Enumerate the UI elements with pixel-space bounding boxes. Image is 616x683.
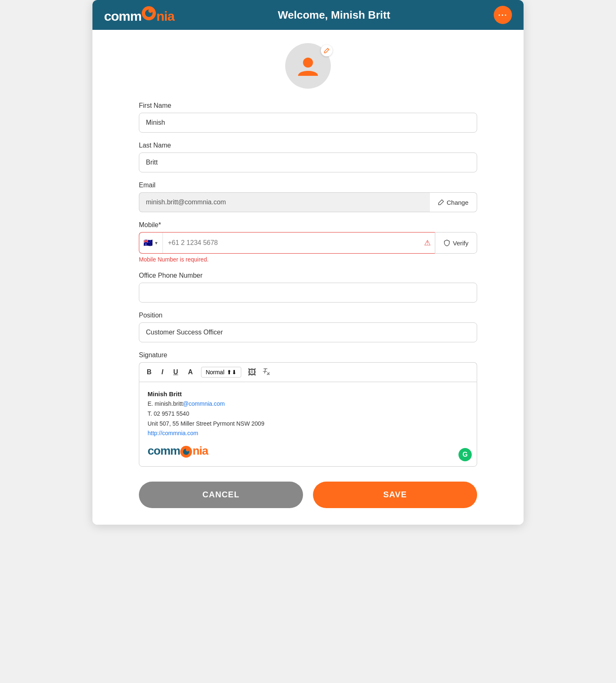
sig-phone-line: T. 02 9571 5540 — [148, 409, 468, 419]
shield-icon — [444, 240, 450, 246]
mobile-label: Mobile* — [139, 221, 477, 229]
sig-logo-comm: comm — [148, 444, 180, 457]
mobile-error-text: Mobile Number is required. — [139, 256, 477, 263]
sig-email-prefix: E. minish.britt — [148, 400, 183, 407]
flag-caret-icon: ▼ — [154, 241, 158, 245]
person-icon — [296, 53, 320, 78]
logo-nia: nia — [156, 9, 174, 24]
signature-toolbar: B I U A Normal ⬆⬇ 🖼 Tx — [139, 362, 477, 382]
sig-url-line: http://commnia.com — [148, 429, 468, 438]
position-input[interactable] — [139, 322, 477, 342]
email-group: Email Change — [139, 182, 477, 212]
sig-logo: comm nia — [148, 444, 468, 458]
office-phone-group: Office Phone Number — [139, 272, 477, 303]
sig-logo-text: comm nia — [148, 444, 468, 458]
pencil-icon-change — [438, 199, 444, 205]
font-button[interactable]: A — [187, 368, 195, 377]
cancel-button[interactable]: CANCEL — [139, 482, 303, 508]
mobile-input-wrap: 🇦🇺 ▼ ⚠ — [139, 232, 435, 254]
first-name-label: First Name — [139, 102, 477, 109]
sig-name: Minish Britt — [148, 390, 468, 397]
app-container: comm nia Welcome, Minish Britt ··· — [92, 0, 524, 525]
save-button[interactable]: SAVE — [313, 482, 477, 508]
sig-address-line: Unit 507, 55 Miller Street Pyrmont NSW 2… — [148, 419, 468, 429]
avatar-section — [139, 43, 477, 89]
header-title: Welcome, Minish Britt — [174, 9, 494, 22]
error-icon: ⚠ — [424, 238, 435, 247]
image-insert-button[interactable]: 🖼 — [248, 368, 256, 377]
style-caret-icon: ⬆⬇ — [227, 369, 237, 375]
mobile-number-input[interactable] — [163, 239, 424, 247]
underline-button[interactable]: U — [172, 368, 180, 377]
sig-url-link[interactable]: http://commnia.com — [148, 430, 198, 436]
grammarly-button[interactable]: G — [458, 448, 472, 461]
change-btn-label: Change — [446, 199, 468, 206]
verify-btn-label: Verify — [453, 240, 468, 247]
menu-button[interactable]: ··· — [494, 6, 512, 24]
header: comm nia Welcome, Minish Britt ··· — [92, 0, 524, 30]
position-label: Position — [139, 312, 477, 319]
email-input — [139, 192, 430, 212]
last-name-label: Last Name — [139, 142, 477, 149]
avatar-wrapper — [285, 43, 331, 89]
mobile-input-inner: 🇦🇺 ▼ ⚠ — [139, 232, 435, 254]
sig-logo-nia: nia — [192, 444, 208, 457]
grammarly-icon: G — [463, 451, 468, 458]
email-row: Change — [139, 192, 477, 212]
signature-group: Signature B I U A Normal ⬆⬇ 🖼 Tx Minish … — [139, 351, 477, 467]
signature-label: Signature — [139, 351, 477, 359]
main-content: First Name Last Name Email Change — [92, 30, 524, 525]
clear-format-button[interactable]: Tx — [263, 368, 269, 376]
bold-button[interactable]: B — [145, 368, 153, 377]
signature-body[interactable]: Minish Britt E. minish.britt@commnia.com… — [139, 382, 477, 467]
flag-emoji: 🇦🇺 — [143, 238, 153, 247]
svg-point-3 — [303, 58, 313, 68]
last-name-input[interactable] — [139, 153, 477, 172]
email-label: Email — [139, 182, 477, 189]
dots-icon: ··· — [498, 10, 508, 20]
mobile-row: 🇦🇺 ▼ ⚠ Verify — [139, 232, 477, 254]
sig-logo-icon — [180, 446, 192, 458]
verify-button[interactable]: Verify — [435, 232, 477, 254]
mobile-group: Mobile* 🇦🇺 ▼ ⚠ Ver — [139, 221, 477, 263]
position-group: Position — [139, 312, 477, 342]
first-name-group: First Name — [139, 102, 477, 133]
first-name-input[interactable] — [139, 113, 477, 133]
svg-point-2 — [148, 9, 153, 13]
office-phone-input[interactable] — [139, 283, 477, 303]
italic-button[interactable]: I — [160, 368, 165, 377]
logo-comm: comm — [104, 9, 141, 24]
sig-email-line: E. minish.britt@commnia.com — [148, 399, 468, 409]
sig-email-link[interactable]: @commnia.com — [183, 400, 225, 407]
logo-icon — [141, 6, 156, 21]
edit-avatar-button[interactable] — [321, 45, 332, 56]
button-row: CANCEL SAVE — [139, 482, 477, 508]
flag-dropdown[interactable]: 🇦🇺 ▼ — [139, 233, 163, 253]
svg-point-6 — [186, 448, 189, 451]
style-dropdown[interactable]: Normal ⬆⬇ — [201, 367, 241, 378]
last-name-group: Last Name — [139, 142, 477, 172]
change-email-button[interactable]: Change — [430, 192, 477, 212]
pencil-icon — [324, 48, 330, 53]
style-label: Normal — [206, 369, 224, 375]
logo: comm nia — [104, 6, 174, 24]
office-phone-label: Office Phone Number — [139, 272, 477, 279]
